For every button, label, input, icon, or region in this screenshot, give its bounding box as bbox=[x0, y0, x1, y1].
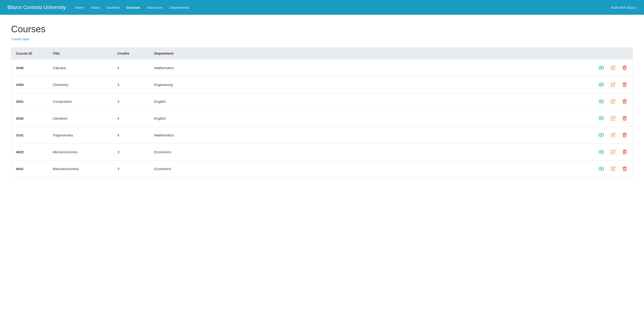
edit-button[interactable] bbox=[610, 98, 616, 105]
eye-icon bbox=[598, 132, 604, 138]
eye-icon bbox=[598, 65, 604, 70]
course-title-cell: Composition bbox=[48, 93, 113, 110]
eye-icon bbox=[598, 166, 604, 171]
col-header-actions bbox=[214, 48, 633, 59]
nav-link-courses[interactable]: Courses bbox=[126, 4, 140, 10]
course-actions-cell bbox=[214, 76, 633, 93]
create-new-link[interactable]: Create New bbox=[11, 37, 29, 41]
built-with-label: Built With Blazor bbox=[611, 5, 636, 9]
course-id-cell: 4022 bbox=[11, 144, 48, 160]
delete-button[interactable] bbox=[621, 132, 628, 139]
delete-button[interactable] bbox=[621, 64, 628, 71]
course-title-cell: Chemistry bbox=[48, 76, 113, 93]
table-row: 2042Literature4English bbox=[11, 110, 633, 127]
delete-icon bbox=[622, 99, 627, 104]
course-id-cell: 2042 bbox=[11, 110, 48, 127]
eye-icon bbox=[598, 99, 604, 104]
edit-button[interactable] bbox=[610, 115, 616, 122]
course-actions-cell bbox=[214, 144, 633, 160]
nav-link-home[interactable]: Home bbox=[75, 4, 84, 10]
col-header-id: Course ID bbox=[11, 48, 48, 59]
table-row: 4022Microeconomics3Economics bbox=[11, 144, 633, 160]
actions-group bbox=[219, 165, 628, 172]
course-department-cell: Engineering bbox=[150, 76, 214, 93]
course-id-cell: 1045 bbox=[11, 59, 48, 76]
delete-button[interactable] bbox=[621, 81, 628, 88]
edit-icon bbox=[610, 133, 616, 138]
delete-button[interactable] bbox=[621, 165, 628, 172]
table-row: 3141Trigonometry4Mathematics bbox=[11, 127, 633, 144]
edit-icon bbox=[610, 65, 616, 70]
course-id-cell: 2021 bbox=[11, 93, 48, 110]
course-title-cell: Calculus bbox=[48, 59, 113, 76]
edit-icon bbox=[610, 116, 616, 121]
svg-point-11 bbox=[600, 151, 602, 153]
course-credits-cell: 4 bbox=[113, 127, 150, 144]
view-button[interactable] bbox=[598, 115, 605, 122]
course-credits-cell: 3 bbox=[113, 93, 150, 110]
nav-link-departments[interactable]: Departments bbox=[170, 4, 189, 10]
course-title-cell: Trigonometry bbox=[48, 127, 113, 144]
view-button[interactable] bbox=[598, 148, 605, 156]
delete-icon bbox=[622, 82, 627, 87]
course-id-cell: 4041 bbox=[11, 160, 48, 177]
actions-group bbox=[219, 81, 628, 88]
courses-table: Course ID Title Credits Department 1045C… bbox=[11, 47, 633, 177]
actions-group bbox=[219, 64, 628, 71]
view-button[interactable] bbox=[598, 131, 605, 139]
course-id-cell: 1050 bbox=[11, 76, 48, 93]
table-row: 2021Composition3English bbox=[11, 93, 633, 110]
course-department-cell: English bbox=[150, 110, 214, 127]
svg-point-9 bbox=[600, 134, 602, 136]
nav-links: Home About Students Courses Instructors … bbox=[75, 4, 611, 10]
nav-link-students[interactable]: Students bbox=[106, 4, 120, 10]
navbar: Blazor Contoso University Home About Stu… bbox=[0, 0, 644, 15]
course-credits-cell: 4 bbox=[113, 110, 150, 127]
edit-icon bbox=[610, 99, 616, 104]
delete-button[interactable] bbox=[621, 149, 628, 155]
course-department-cell: Economics bbox=[150, 144, 214, 160]
delete-icon bbox=[622, 133, 627, 138]
edit-button[interactable] bbox=[610, 165, 616, 172]
delete-icon bbox=[622, 166, 627, 171]
nav-link-about[interactable]: About bbox=[91, 4, 100, 10]
table-row: 1045Calculus4Mathematics bbox=[11, 59, 633, 76]
table-row: 4041Macroeconomics3Economics bbox=[11, 160, 633, 177]
course-credits-cell: 3 bbox=[113, 144, 150, 160]
view-button[interactable] bbox=[598, 81, 605, 88]
page-title: Courses bbox=[11, 24, 633, 34]
course-department-cell: Mathematics bbox=[150, 59, 214, 76]
edit-button[interactable] bbox=[610, 81, 616, 88]
view-button[interactable] bbox=[598, 165, 605, 172]
delete-button[interactable] bbox=[621, 115, 628, 122]
edit-button[interactable] bbox=[610, 132, 616, 139]
view-button[interactable] bbox=[598, 64, 605, 71]
actions-group bbox=[219, 98, 628, 105]
nav-brand: Blazor Contoso University bbox=[8, 4, 66, 10]
course-actions-cell bbox=[214, 93, 633, 110]
course-actions-cell bbox=[214, 160, 633, 177]
svg-point-7 bbox=[600, 118, 602, 119]
col-header-title: Title bbox=[48, 48, 113, 59]
edit-icon bbox=[610, 82, 616, 87]
course-title-cell: Literature bbox=[48, 110, 113, 127]
table-row: 1050Chemistry3Engineering bbox=[11, 76, 633, 93]
view-button[interactable] bbox=[598, 98, 605, 105]
delete-icon bbox=[622, 116, 627, 121]
col-header-credits: Credits bbox=[113, 48, 150, 59]
main-content: Courses Create New Course ID Title Credi… bbox=[0, 15, 644, 186]
edit-icon bbox=[610, 166, 616, 171]
course-title-cell: Macroeconomics bbox=[48, 160, 113, 177]
course-department-cell: English bbox=[150, 93, 214, 110]
svg-point-3 bbox=[600, 84, 602, 85]
actions-group bbox=[219, 115, 628, 122]
edit-button[interactable] bbox=[610, 64, 616, 71]
delete-button[interactable] bbox=[621, 98, 628, 105]
nav-link-instructors[interactable]: Instructors bbox=[147, 4, 163, 10]
course-credits-cell: 3 bbox=[113, 160, 150, 177]
delete-icon bbox=[622, 65, 627, 70]
svg-point-5 bbox=[600, 101, 602, 102]
course-title-cell: Microeconomics bbox=[48, 144, 113, 160]
course-id-cell: 3141 bbox=[11, 127, 48, 144]
edit-button[interactable] bbox=[610, 149, 616, 155]
